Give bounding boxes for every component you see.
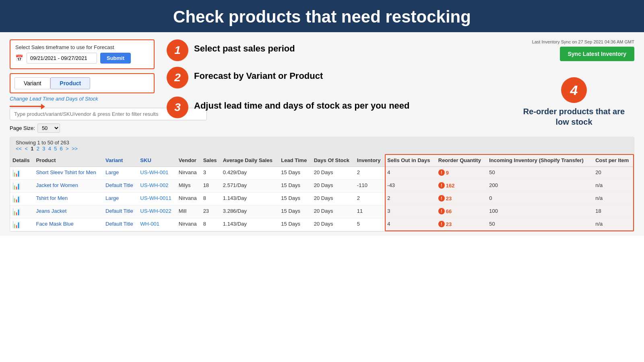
step4-text: Re-order products that arelow stock [523,106,625,127]
pg-5[interactable]: 5 [54,146,57,152]
reorder-badge: !9 [438,169,449,176]
inventory-value: 11 [357,208,363,214]
submit-button[interactable]: Submit [100,53,131,64]
left-controls: Select Sales timeframe to use for Foreca… [10,39,163,133]
sku-value[interactable]: US-WH-0022 [140,208,171,214]
annotations-col: 1 Select past sales period 2 Forecast by… [163,39,514,124]
pg-6[interactable]: 6 [60,146,63,152]
lead-time-value: 15 Days [281,195,300,201]
product-link[interactable]: Jeans Jacket [36,208,66,214]
sales-value: 23 [203,208,209,214]
sales-value: 18 [203,182,209,188]
inventory-value: 5 [357,221,360,227]
main-content: Select Sales timeframe to use for Foreca… [0,32,644,236]
cost-value: n/a [595,195,603,201]
days-stock-value: 20 Days [314,221,333,227]
variant-value[interactable]: Large [105,195,119,201]
page-size-select[interactable]: 50 100 200 [37,123,60,133]
chart-icon[interactable]: 📊 [12,221,21,228]
page-size-label: Page Size: [10,125,35,131]
step3-circle: 3 [167,97,188,118]
reorder-badge: !23 [438,221,452,227]
timeframe-label: Select Sales timeframe to use for Foreca… [15,44,149,50]
sku-value[interactable]: US-WH-002 [140,182,168,188]
incoming-value: 50 [489,169,495,175]
tab-product[interactable]: Product [50,77,90,89]
change-lead-time-link[interactable]: Change Lead Time and Days of Stock [10,96,163,102]
calendar-icon: 📅 [15,54,23,62]
page-header: Check products that need restocking [0,0,644,32]
pg-1[interactable]: 1 [31,146,33,152]
step4-circle: 4 [561,77,587,103]
lead-time-value: 15 Days [281,169,300,175]
sells-out-value: 4 [387,169,390,175]
th-lead-time: Lead Time [279,154,311,167]
chart-icon[interactable]: 📊 [12,208,21,215]
pagination[interactable]: << < 1 2 3 4 5 6 > >> [16,146,628,152]
th-sells-out-in-days: Sells Out in Days [385,154,436,167]
table-outer-wrap: Showing 1 to 50 of 263 << < 1 2 3 4 5 6 … [10,137,634,232]
variant-value[interactable]: Default Title [105,208,133,214]
product-link[interactable]: Short Sleev Tshirt for Men [36,169,96,175]
sku-value[interactable]: WH-001 [140,221,159,227]
variant-value[interactable]: Default Title [105,182,133,188]
th-variant: Variant [103,154,138,167]
th-cost-per-item: Cost per Item [593,154,634,167]
reorder-badge: !23 [438,195,452,202]
sync-info: Last Inventory Sync on 27 Sep 2021 04:36… [514,39,634,44]
cost-value: n/a [595,182,603,188]
table-row: 📊Jacket for WomenDefault TitleUS-WH-002M… [10,180,634,193]
arrow-line [10,106,42,107]
pg-4[interactable]: 4 [48,146,51,152]
th-sales: Sales [201,154,221,167]
pg-3[interactable]: 3 [42,146,45,152]
th-days-of-stock: Days Of Stock [312,154,355,167]
pg-prev[interactable]: < [25,146,28,152]
lead-time-value: 15 Days [281,208,300,214]
th-sku: SKU [138,154,176,167]
product-link[interactable]: Tshirt for Men [36,195,68,201]
sells-out-value: 2 [387,195,390,201]
vendor-value: Nirvana [179,169,197,175]
avg-daily-value: 2.571/Day [223,182,247,188]
days-stock-value: 20 Days [314,182,333,188]
product-link[interactable]: Jacket for Women [36,182,78,188]
sku-value[interactable]: US-WH-0011 [140,195,171,201]
pg-first[interactable]: << [16,146,22,152]
pg-last[interactable]: >> [72,146,78,152]
sells-out-value: -43 [387,182,395,188]
step2-circle: 2 [167,67,188,88]
incoming-value: 200 [489,182,498,188]
step4-box: 4 Re-order products that arelow stock [514,77,634,127]
lead-time-value: 15 Days [281,221,300,227]
sells-out-value: 4 [387,221,390,227]
sync-button[interactable]: Sync Latest Inventory [560,47,635,61]
vendor-value: Nirvana [179,221,197,227]
step2-annotation: 2 Forecast by Variant or Product [167,67,514,88]
chart-icon[interactable]: 📊 [12,183,21,189]
pg-2[interactable]: 2 [37,146,39,152]
date-input[interactable] [27,53,97,64]
variant-value[interactable]: Large [105,169,119,175]
sku-value[interactable]: US-WH-001 [140,169,168,175]
tab-variant[interactable]: Variant [14,77,50,89]
vendor-value: Nirvana [179,195,197,201]
incoming-value: 100 [489,208,498,214]
pg-next[interactable]: > [66,146,69,152]
inventory-value: 2 [357,169,360,175]
chart-icon[interactable]: 📊 [12,170,21,177]
step3-text: Adjust lead time and days of stock as pe… [194,97,409,111]
page-title: Check products that need restocking [0,7,644,27]
product-link[interactable]: Face Mask Blue [36,221,73,227]
avg-daily-value: 3.286/Day [223,208,247,214]
step1-circle: 1 [167,39,188,61]
cost-value: 18 [595,208,601,214]
cost-value: 20 [595,169,601,175]
chart-icon[interactable]: 📊 [12,195,21,202]
step1-text: Select past sales period [194,39,295,54]
th-product: Product [33,154,103,167]
page-size-row: Page Size: 50 100 200 [10,123,163,133]
variant-value[interactable]: Default Title [105,221,133,227]
reorder-badge: !66 [438,208,452,214]
table-row: 📊Jeans JacketDefault TitleUS-WH-0022Mill… [10,206,634,218]
